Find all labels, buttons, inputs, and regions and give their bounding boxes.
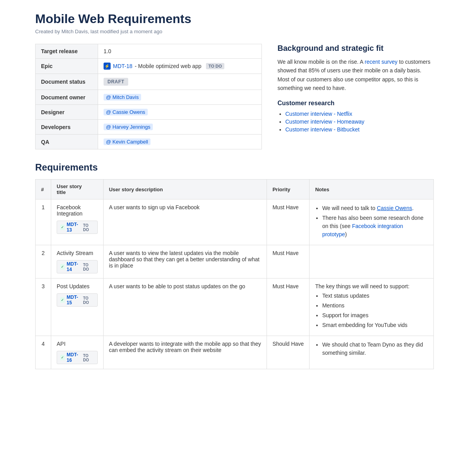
row3-notes: The key things we will need to support: … <box>310 278 434 336</box>
row1-ticket-badge: ✓ MDT-13 TO DO <box>57 221 98 234</box>
mention-kevin[interactable]: @ Kevin Campbell <box>104 138 150 145</box>
customer-research-heading: Customer research <box>277 100 434 107</box>
mention-mitch[interactable]: @ Mitch Davis <box>104 94 141 101</box>
research-link-homeaway[interactable]: Customer interview - Homeaway <box>285 119 364 125</box>
research-link-bitbucket[interactable]: Customer interview - Bitbucket <box>285 126 360 133</box>
epic-todo-badge: TO DO <box>206 63 224 69</box>
row1-note-2: There has also been some research done o… <box>322 214 428 239</box>
row4-num: 4 <box>36 336 51 369</box>
row1-description: A user wants to sign up via Facebook <box>103 199 267 245</box>
row4-story-title: API <box>57 341 98 347</box>
top-section: Target release 1.0 Epic ⚡ MDT-18 - Mobil… <box>35 44 434 149</box>
meta-value-release: 1.0 <box>98 44 262 59</box>
ticket-icon: ✓ <box>60 355 65 360</box>
meta-value-status: DRAFT <box>98 74 262 90</box>
row4-priority: Should Have <box>267 336 310 369</box>
fb-prototype-link[interactable]: Facebook integration prototype <box>322 223 403 237</box>
row2-ticket-badge: ✓ MDT-14 TO DO <box>57 260 98 273</box>
row1-notes: We will need to talk to Cassie Owens. Th… <box>310 199 434 245</box>
mention-cassie[interactable]: @ Cassie Owens <box>104 109 148 115</box>
row2-priority: Must Have <box>267 245 310 278</box>
requirements-table: # User storytitle User story description… <box>35 179 434 369</box>
row2-description: A user wants to view the latest updates … <box>103 245 267 278</box>
row2-ticket-link[interactable]: MDT-14 <box>66 261 81 272</box>
row3-priority: Must Have <box>267 278 310 336</box>
row4-todo-label: TO DO <box>83 354 94 362</box>
row3-notes-intro: The key things we will need to support: <box>315 283 428 289</box>
row3-description: A user wants to be able to post status u… <box>103 278 267 336</box>
mention-harvey[interactable]: @ Harvey Jennings <box>104 124 153 130</box>
row2-notes <box>310 245 434 278</box>
row4-ticket-link[interactable]: MDT-16 <box>66 352 81 363</box>
row2-num: 2 <box>36 245 51 278</box>
row4-description: A developer wants to integrate with the … <box>103 336 267 369</box>
meta-label-qa: QA <box>36 135 98 149</box>
meta-row-owner: Document owner @ Mitch Davis <box>36 90 262 105</box>
row3-note-4: Smart embedding for YouTube vids <box>322 321 428 329</box>
row2-todo-label: TO DO <box>83 263 94 271</box>
meta-row-epic: Epic ⚡ MDT-18 - Mobile optimized web app… <box>36 59 262 74</box>
row3-num: 3 <box>36 278 51 336</box>
research-item-1: Customer interview - Netflix <box>285 111 434 117</box>
research-item-2: Customer interview - Homeaway <box>285 119 434 125</box>
page-subtitle: Created by Mitch Davis, last modified ju… <box>35 29 434 34</box>
row1-story-title: Facebook Integration <box>57 204 98 217</box>
row3-note-3: Support for images <box>322 311 428 320</box>
epic-icon: ⚡ <box>104 63 111 70</box>
row1-priority: Must Have <box>267 199 310 245</box>
meta-row-developers: Developers @ Harvey Jennings <box>36 120 262 135</box>
meta-row-designer: Designer @ Cassie Owens <box>36 105 262 120</box>
meta-value-epic: ⚡ MDT-18 - Mobile optimized web app TO D… <box>98 59 262 74</box>
right-panel: Background and strategic fit We all know… <box>277 44 434 149</box>
meta-label-release: Target release <box>36 44 98 59</box>
meta-label-owner: Document owner <box>36 90 98 105</box>
row1-num: 1 <box>36 199 51 245</box>
col-num: # <box>36 180 51 199</box>
draft-badge: DRAFT <box>104 78 128 86</box>
row3-ticket-link[interactable]: MDT-15 <box>66 295 81 305</box>
row3-note-1: Text status updates <box>322 292 428 300</box>
epic-ticket-link[interactable]: MDT-18 <box>113 63 132 69</box>
col-priority: Priority <box>267 180 310 199</box>
requirements-heading: Requirements <box>35 162 434 173</box>
row4-note-1: We should chat to Team Dyno as they did … <box>322 341 428 357</box>
meta-row-qa: QA @ Kevin Campbell <box>36 135 262 149</box>
row4-ticket-badge: ✓ MDT-16 TO DO <box>57 351 98 364</box>
meta-value-designer: @ Cassie Owens <box>98 105 262 120</box>
ticket-icon: ✓ <box>60 225 65 230</box>
research-item-3: Customer interview - Bitbucket <box>285 126 434 133</box>
row1-note-1: We will need to talk to Cassie Owens. <box>322 204 428 212</box>
epic-description: - Mobile optimized web app <box>135 63 201 69</box>
background-text: We all know mobile is on the rise. A rec… <box>277 57 434 93</box>
customer-research-list: Customer interview - Netflix Customer in… <box>285 111 434 133</box>
row3-note-2: Mentions <box>322 302 428 310</box>
table-row: 4 API ✓ MDT-16 TO DO A developer wants t… <box>36 336 434 369</box>
cassie-link[interactable]: Cassie Owens <box>377 205 412 211</box>
background-heading: Background and strategic fit <box>277 44 434 53</box>
row4-title-cell: API ✓ MDT-16 TO DO <box>51 336 104 369</box>
row1-ticket-link[interactable]: MDT-13 <box>66 222 81 233</box>
row3-todo-label: TO DO <box>83 296 94 305</box>
row3-story-title: Post Updates <box>57 283 98 289</box>
meta-row-status: Document status DRAFT <box>36 74 262 90</box>
row3-title-cell: Post Updates ✓ MDT-15 TO DO <box>51 278 104 336</box>
meta-row-release: Target release 1.0 <box>36 44 262 59</box>
col-notes: Notes <box>310 180 434 199</box>
ticket-icon: ✓ <box>60 264 65 269</box>
row1-title-cell: Facebook Integration ✓ MDT-13 TO DO <box>51 199 104 245</box>
row4-notes: We should chat to Team Dyno as they did … <box>310 336 434 369</box>
meta-value-owner: @ Mitch Davis <box>98 90 262 105</box>
page-title: Mobile Web Requirements <box>35 12 434 26</box>
col-story-title: User storytitle <box>51 180 104 199</box>
table-row: 1 Facebook Integration ✓ MDT-13 TO DO A … <box>36 199 434 245</box>
table-row: 2 Activity Stream ✓ MDT-14 TO DO A user … <box>36 245 434 278</box>
col-story-desc: User story description <box>103 180 267 199</box>
research-link-netflix[interactable]: Customer interview - Netflix <box>285 111 352 117</box>
table-header-row: # User storytitle User story description… <box>36 180 434 199</box>
meta-value-developers: @ Harvey Jennings <box>98 120 262 135</box>
meta-label-status: Document status <box>36 74 98 90</box>
meta-table: Target release 1.0 Epic ⚡ MDT-18 - Mobil… <box>35 44 262 149</box>
row1-todo-label: TO DO <box>83 223 94 232</box>
ticket-icon: ✓ <box>60 297 65 303</box>
recent-survey-link[interactable]: recent survey <box>365 59 397 65</box>
